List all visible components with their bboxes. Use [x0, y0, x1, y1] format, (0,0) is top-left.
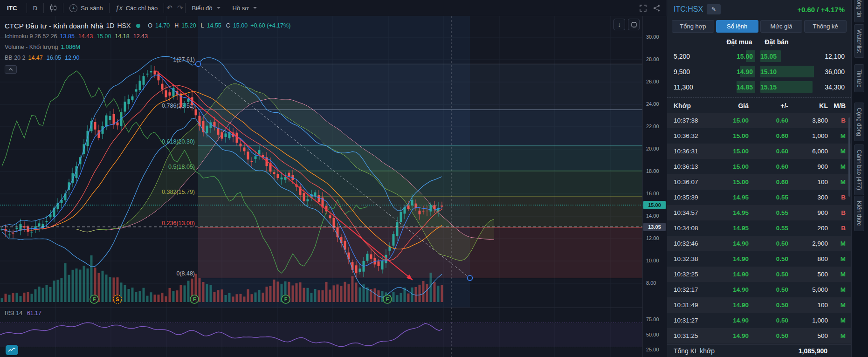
- compare-button[interactable]: + So sánh: [63, 0, 109, 16]
- side-tab-Kiến thức[interactable]: Kiến thức: [854, 196, 864, 231]
- share-icon[interactable]: [653, 5, 660, 12]
- price-tick: 30.00: [646, 34, 659, 40]
- scroll-to-recent-button[interactable]: ↓: [613, 19, 625, 30]
- trade-price: 14.95: [714, 209, 749, 216]
- svg-text:0.382(15.79): 0.382(15.79): [162, 189, 195, 195]
- side-tab-Tin tức[interactable]: Tin tức: [854, 64, 864, 92]
- panel-symbol[interactable]: ITC:HSX: [674, 5, 703, 14]
- trade-row[interactable]: 10:31:2714.900.501,000M: [667, 313, 851, 328]
- tab-Sổ lệnh[interactable]: Sổ lệnh: [716, 20, 758, 33]
- high-value: 15.20: [181, 21, 196, 31]
- trade-row[interactable]: 10:36:0715.000.60100M: [667, 174, 851, 190]
- trade-change: 0.50: [749, 302, 788, 309]
- total-label: Tổng KL khớp: [674, 347, 715, 355]
- chart-menu-button[interactable]: Biểu đồ: [186, 0, 226, 16]
- trade-side: M: [828, 271, 851, 278]
- trade-price: 14.90: [714, 286, 749, 293]
- trade-price: 15.00: [714, 178, 749, 185]
- chart-style-button[interactable]: [44, 0, 63, 16]
- trade-price: 14.90: [714, 271, 749, 278]
- buy-price: 15.00: [723, 53, 756, 60]
- trade-row[interactable]: 10:36:3115.000.606,000M: [667, 144, 851, 159]
- side-tab-Cảnh báo (477)[interactable]: Cảnh báo (477): [854, 144, 864, 195]
- book-row[interactable]: 5,20015.0015.0512,100: [667, 48, 851, 64]
- symbol-search-button[interactable]: ITC: [0, 0, 27, 16]
- bb-value: 12.90: [65, 55, 79, 61]
- snapshot-button[interactable]: [628, 19, 640, 30]
- rsi-legend[interactable]: RSI 14 61.17: [5, 310, 41, 316]
- trade-row[interactable]: 10:36:3215.000.601,000M: [667, 128, 851, 144]
- side-tab-Watchlist[interactable]: Watchlist: [854, 24, 864, 58]
- trade-row[interactable]: 10:34:5714.950.55900B: [667, 205, 851, 220]
- legend-interval[interactable]: 1D: [106, 21, 115, 31]
- chart-pane[interactable]: 1(27.61)0.786(23.52)0.618(20.30)0.5(18.0…: [0, 16, 667, 357]
- divider: [667, 97, 851, 98]
- side-tab-strip: Thông tinWatchlistTin tứcCộng đồngCảnh b…: [851, 0, 868, 357]
- trade-row[interactable]: 10:32:3814.900.50800M: [667, 251, 851, 267]
- line-price-tag: 13.05: [643, 223, 666, 231]
- trade-price: 14.95: [714, 225, 749, 232]
- trade-volume: 1,000: [788, 132, 828, 139]
- trade-side: M: [828, 178, 851, 185]
- trade-row[interactable]: 10:32:4614.900.502,900M: [667, 236, 851, 251]
- volume-label[interactable]: Volume - Khối lượng: [5, 42, 58, 53]
- trade-time: 10:34:57: [667, 209, 714, 216]
- price-axis[interactable]: 30.0028.0026.0024.0022.0020.0018.0016.00…: [642, 16, 667, 357]
- trade-side: M: [828, 240, 851, 247]
- undo-button[interactable]: ↶: [164, 4, 175, 12]
- trade-row[interactable]: 10:32:2514.900.50500M: [667, 267, 851, 282]
- trade-volume: 800: [788, 255, 828, 262]
- legend-exchange[interactable]: HSX: [117, 21, 131, 31]
- bb-label[interactable]: BB 20 2: [5, 53, 25, 63]
- trade-row[interactable]: 10:37:3815.000.603,800B: [667, 113, 851, 128]
- book-row[interactable]: 11,30014.8515.1534,300: [667, 79, 851, 95]
- rsi-tick: 50.00: [646, 332, 659, 337]
- tab-Tổng hợp[interactable]: Tổng hợp: [672, 20, 714, 33]
- book-row[interactable]: 9,50014.9015.1036,000: [667, 64, 851, 79]
- price-tick: 20.00: [646, 146, 659, 151]
- trade-price: 14.90: [714, 317, 749, 324]
- svg-text:0.5(18.05): 0.5(18.05): [168, 164, 195, 170]
- price-tick: 18.00: [646, 168, 659, 174]
- tab-Thống kê[interactable]: Thống kê: [804, 20, 847, 33]
- trade-row[interactable]: 10:31:2514.900.50500M: [667, 328, 851, 343]
- trade-change: 0.60: [749, 132, 788, 139]
- side-tab-Thông tin[interactable]: Thông tin: [854, 0, 864, 22]
- trade-price: 14.95: [714, 194, 749, 201]
- trade-time: 10:36:07: [667, 178, 714, 185]
- trade-row[interactable]: 10:35:3914.950.55300B: [667, 190, 851, 205]
- edit-symbol-button[interactable]: ✎: [707, 4, 721, 14]
- total-volume: 1,085,900: [799, 347, 827, 355]
- side-tab-Cộng đồng[interactable]: Cộng đồng: [854, 103, 864, 141]
- trade-row[interactable]: 10:36:1315.000.60900M: [667, 159, 851, 174]
- fullscreen-icon[interactable]: [640, 5, 647, 12]
- tab-Mức giá[interactable]: Mức giá: [760, 20, 803, 33]
- trade-row[interactable]: 10:31:4914.900.50100M: [667, 297, 851, 313]
- trade-time: 10:35:39: [667, 194, 714, 201]
- scrollbar[interactable]: [848, 117, 850, 197]
- indicators-button[interactable]: ƒx Các chỉ báo: [110, 0, 164, 16]
- trading-app: ITC D + So sánh ƒx Các chỉ báo ↶ ↷ Biểu …: [0, 0, 868, 357]
- trade-row[interactable]: 10:34:0814.950.55200B: [667, 220, 851, 236]
- open-label: O: [148, 21, 152, 31]
- profile-menu-button[interactable]: Hồ sơ: [227, 0, 263, 16]
- close-label: C: [226, 21, 230, 31]
- sell-price: 15.15: [756, 83, 798, 91]
- instrument-title[interactable]: CTCP Đầu tư - Kinh doanh Nhà: [5, 21, 103, 31]
- trade-price: 15.00: [714, 163, 749, 170]
- trade-volume: 900: [788, 209, 828, 216]
- redo-button[interactable]: ↷: [175, 4, 186, 12]
- svg-text:F: F: [93, 296, 96, 302]
- chart-toolbar: ITC D + So sánh ƒx Các chỉ báo ↶ ↷ Biểu …: [0, 0, 667, 16]
- panel-change: +0.60 / +4.17%: [797, 6, 845, 14]
- collapse-legend-button[interactable]: [5, 65, 17, 74]
- svg-text:0(8.48): 0(8.48): [176, 270, 195, 277]
- trade-time: 10:36:31: [667, 148, 714, 155]
- trade-row[interactable]: 10:32:1714.900.505,000M: [667, 282, 851, 297]
- support-chat-icon[interactable]: [6, 345, 18, 355]
- svg-text:0.786(23.52): 0.786(23.52): [162, 103, 195, 109]
- bb-value: 16.05: [47, 55, 61, 61]
- ichimoku-label[interactable]: Ichimoku 9 26 52 26: [5, 31, 57, 42]
- trade-side: M: [828, 132, 851, 139]
- interval-button[interactable]: D: [27, 0, 43, 16]
